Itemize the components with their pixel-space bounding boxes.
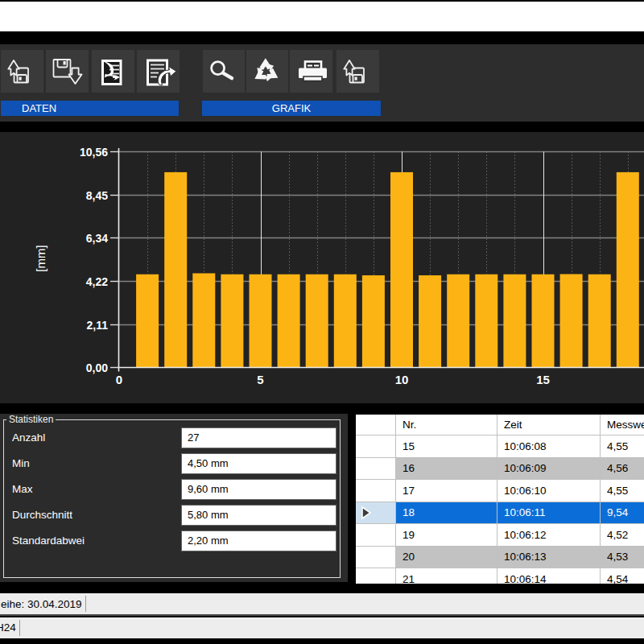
svg-text:0,00: 0,00 bbox=[86, 361, 108, 374]
svg-text:5: 5 bbox=[257, 373, 263, 386]
svg-text:8,45: 8,45 bbox=[86, 189, 108, 202]
svg-text:4,22: 4,22 bbox=[86, 275, 108, 288]
svg-text:2,11: 2,11 bbox=[87, 319, 109, 332]
svg-text:0: 0 bbox=[116, 373, 122, 386]
svg-text:[mm]: [mm] bbox=[34, 245, 47, 271]
svg-text:10: 10 bbox=[395, 373, 409, 386]
svg-text:10,56: 10,56 bbox=[80, 146, 108, 159]
svg-text:15: 15 bbox=[536, 373, 550, 386]
svg-text:6,34: 6,34 bbox=[86, 232, 108, 245]
